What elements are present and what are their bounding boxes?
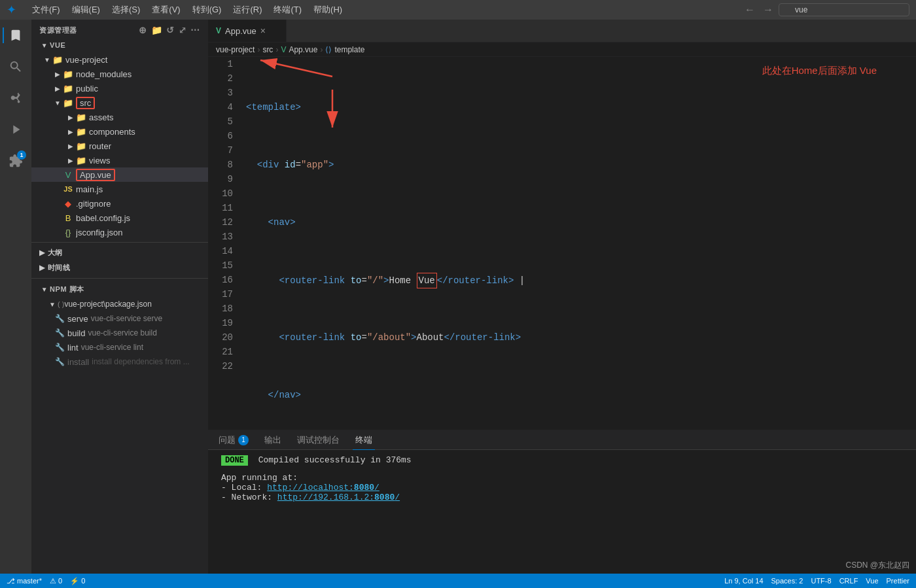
refresh-icon[interactable]: ↺ — [166, 25, 175, 35]
breadcrumb-src[interactable]: src — [262, 45, 273, 54]
language-mode[interactable]: Vue — [866, 577, 878, 585]
tree-item-main-js[interactable]: JS main.js — [31, 182, 208, 196]
formatter[interactable]: Prettier — [887, 577, 909, 585]
folder-icon: 📁 — [63, 69, 73, 79]
forward-button[interactable]: → — [760, 4, 776, 16]
npm-serve[interactable]: 🔧 serve vue-cli-service serve ⚙ ▷ — [31, 311, 208, 326]
breadcrumb-project[interactable]: vue-project — [216, 45, 255, 54]
line-num-6: 6 — [208, 129, 233, 143]
breadcrumb: vue-project › src › V App.vue › ⟨⟩ templ… — [208, 43, 916, 57]
git-branch[interactable]: ⎇ master* — [7, 577, 42, 585]
line-num-17: 17 — [208, 287, 233, 302]
tree-item-jsconfig[interactable]: {} jsconfig.json — [31, 225, 208, 239]
terminal-label: 终端 — [355, 434, 372, 446]
breadcrumb-app-vue[interactable]: App.vue — [289, 45, 317, 54]
npm-build-cmd: vue-cli-service build — [88, 328, 156, 337]
debug-console-label: 调试控制台 — [297, 434, 340, 446]
panel-content[interactable]: DONE Compiled successfully in 376ms App … — [208, 450, 916, 574]
extensions-activity-icon[interactable]: 1 — [3, 148, 29, 174]
line-ending[interactable]: CRLF — [839, 577, 858, 585]
project-root[interactable]: ▼ 📁 vue-project — [31, 52, 208, 67]
line-num-11: 11 — [208, 201, 233, 215]
tree-item-src[interactable]: ▼ 📁 src — [31, 95, 208, 110]
new-folder-icon[interactable]: 📁 — [151, 25, 163, 35]
line-num-15: 15 — [208, 258, 233, 273]
search-input[interactable] — [779, 3, 909, 16]
new-file-icon[interactable]: ⊕ — [139, 25, 147, 35]
tree-item-gitignore[interactable]: ◆ .gitignore — [31, 196, 208, 211]
bc-sep-3: › — [320, 45, 323, 54]
line-num-8: 8 — [208, 158, 233, 172]
tree-item-components[interactable]: ▶ 📁 components — [31, 124, 208, 139]
menu-run[interactable]: 运行(R) — [228, 3, 267, 17]
menu-view[interactable]: 查看(V) — [147, 3, 185, 17]
line-num-21: 21 — [208, 345, 233, 359]
main-layout: 1 资源管理器 ⊕ 📁 ↺ ⤢ ⋯ ▼ VUE ▼ 📁 vue-pr — [0, 20, 916, 574]
vue-section: ▼ VUE ▼ 📁 vue-project ▶ 📁 node_modules ▶… — [31, 38, 208, 239]
src-label: src — [76, 97, 95, 109]
code-line-4: <router-link to="/">Home Vue</router-lin… — [246, 273, 911, 287]
errors-count[interactable]: ⚠ 0 — [50, 577, 62, 585]
activity-bar: 1 — [0, 20, 31, 574]
line-num-20: 20 — [208, 330, 233, 345]
run-activity-icon[interactable] — [3, 116, 29, 143]
panel-tab-output[interactable]: 输出 — [262, 430, 284, 450]
tree-item-assets[interactable]: ▶ 📁 assets — [31, 110, 208, 124]
npm-project-arrow: ▼ — [47, 301, 58, 308]
tree-item-babel[interactable]: B babel.config.js — [31, 211, 208, 225]
indentation[interactable]: Spaces: 2 — [771, 577, 803, 585]
npm-build[interactable]: 🔧 build vue-cli-service build — [31, 326, 208, 340]
tab-bar: V App.vue × — [208, 20, 916, 43]
folder-icon: 📁 — [63, 84, 73, 94]
status-left: ⎇ master* ⚠ 0 ⚡ 0 — [7, 577, 85, 585]
menu-help[interactable]: 帮助(H) — [308, 3, 347, 17]
npm-install[interactable]: 🔧 install install dependencies from ... — [31, 355, 208, 369]
gitignore-label: .gitignore — [76, 199, 111, 209]
breadcrumb-template[interactable]: template — [334, 45, 364, 54]
code-content[interactable]: <template> <div id="app"> <nav> <router-… — [241, 57, 916, 430]
tree-item-public[interactable]: ▶ 📁 public — [31, 81, 208, 95]
timeline-section[interactable]: ▶ 时间线 — [31, 260, 208, 275]
tree-item-node-modules[interactable]: ▶ 📁 node_modules — [31, 67, 208, 81]
tree-item-app-vue[interactable]: V App.vue — [31, 167, 208, 182]
code-editor[interactable]: 此处在Home后面添加 Vue 1 — [208, 57, 916, 430]
node-modules-arrow: ▶ — [52, 71, 63, 78]
back-button[interactable]: ← — [742, 4, 758, 16]
menu-terminal[interactable]: 终端(T) — [268, 3, 307, 17]
npm-section-header[interactable]: ▼ NPM 脚本 — [31, 281, 208, 297]
panel-tab-terminal[interactable]: 终端 — [353, 430, 375, 450]
menu-file[interactable]: 文件(F) — [27, 3, 65, 17]
menu-goto[interactable]: 转到(G) — [187, 3, 227, 17]
tab-close-button[interactable]: × — [260, 26, 266, 36]
section-arrow: ▼ — [39, 42, 50, 49]
search-activity-icon[interactable] — [3, 54, 29, 80]
extensions-badge: 1 — [17, 150, 26, 160]
vue-section-header[interactable]: ▼ VUE — [31, 38, 208, 52]
npm-project[interactable]: ▼ ( ) vue-project\package.json — [31, 297, 208, 311]
explorer-activity-icon[interactable] — [3, 22, 29, 48]
warnings-count[interactable]: ⚡ 0 — [70, 577, 85, 585]
tab-app-vue[interactable]: V App.vue × — [208, 20, 287, 42]
encoding[interactable]: UTF-8 — [811, 577, 831, 585]
line-num-16: 16 — [208, 273, 233, 287]
menu-select[interactable]: 选择(S) — [107, 3, 145, 17]
local-url[interactable]: http://localhost:8080/ — [267, 483, 379, 493]
tree-item-views[interactable]: ▶ 📁 views — [31, 153, 208, 167]
collapse-all-icon[interactable]: ⤢ — [179, 25, 187, 35]
jsconfig-label: jsconfig.json — [76, 228, 123, 237]
panel-tab-problems[interactable]: 问题 1 — [216, 430, 251, 450]
status-right: Ln 9, Col 14 Spaces: 2 UTF-8 CRLF Vue Pr… — [724, 577, 909, 585]
line-num-12: 12 — [208, 215, 233, 230]
network-url[interactable]: http://192.168.1.2:8080/ — [277, 493, 400, 502]
cursor-position[interactable]: Ln 9, Col 14 — [724, 577, 763, 585]
npm-lint[interactable]: 🔧 lint vue-cli-service lint — [31, 340, 208, 355]
menu-edit[interactable]: 编辑(E) — [67, 3, 105, 17]
sidebar-divider-2 — [31, 278, 208, 279]
panel-tab-debug-console[interactable]: 调试控制台 — [294, 430, 342, 450]
source-control-activity-icon[interactable] — [3, 85, 29, 111]
line-num-9: 9 — [208, 172, 233, 186]
outline-section[interactable]: ▶ 大纲 — [31, 245, 208, 260]
tree-item-router[interactable]: ▶ 📁 router — [31, 139, 208, 153]
npm-project-label: vue-project\package.json — [64, 300, 151, 309]
more-actions-icon[interactable]: ⋯ — [190, 25, 200, 35]
